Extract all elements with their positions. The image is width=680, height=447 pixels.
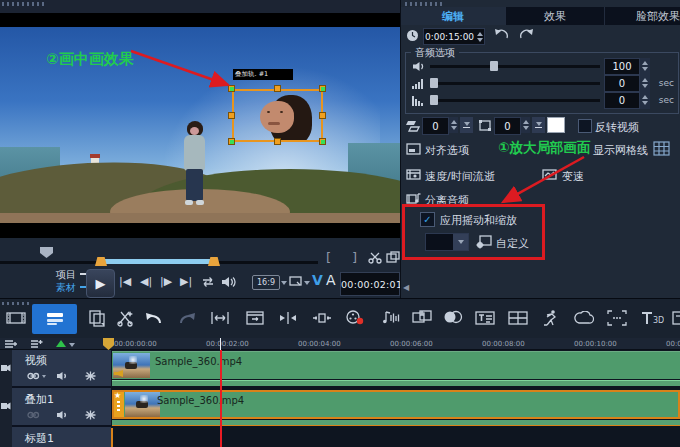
fade-out-slider[interactable]: [428, 92, 604, 108]
storyboard-view-button[interactable]: [6, 310, 26, 326]
motion-tracking-button[interactable]: [541, 309, 561, 327]
distort-field[interactable]: 0: [494, 117, 530, 133]
add-track-button[interactable]: [30, 339, 43, 349]
mask-creator-button[interactable]: [607, 310, 627, 326]
clip-duration-field[interactable]: 0:00:15:00: [423, 28, 485, 45]
track-header-title[interactable]: 标题1: [12, 429, 111, 447]
tab-effects[interactable]: 效果: [506, 7, 605, 25]
editing-tools-button[interactable]: [116, 309, 134, 327]
panel-scroll-left-icon[interactable]: ◀: [403, 283, 409, 292]
timeline-view-button[interactable]: [32, 304, 77, 334]
scrubber-thumb[interactable]: [40, 247, 53, 258]
handle-bottom-mid[interactable]: [274, 138, 281, 145]
pan-zoom-checkbox[interactable]: ✓: [420, 212, 435, 227]
clip-video-sublane[interactable]: [112, 380, 680, 386]
handle-mid-right[interactable]: [319, 112, 326, 119]
fade-in-spinner[interactable]: [640, 75, 650, 92]
aspect-ratio-button[interactable]: 16:9: [252, 275, 280, 290]
pan-zoom-preset-combo[interactable]: [425, 233, 469, 251]
distort-preset-dropdown[interactable]: [532, 117, 545, 133]
customize-button[interactable]: 自定义: [496, 236, 529, 251]
show-grid-label[interactable]: 显示网格线: [593, 143, 648, 158]
fade-out-spinner[interactable]: [640, 92, 650, 109]
next-frame-button[interactable]: |▶: [160, 275, 172, 288]
aspect-caret-icon[interactable]: [281, 281, 287, 285]
playhead-ruler-tick[interactable]: [220, 338, 221, 350]
track-mute-icon[interactable]: [56, 371, 68, 381]
pip-frame[interactable]: [232, 89, 323, 142]
track-header-overlay[interactable]: 叠加1: [12, 389, 111, 427]
tab-face-effects[interactable]: 脸部效果: [605, 7, 680, 25]
prev-frame-button[interactable]: ◀|: [140, 275, 152, 288]
volume-value[interactable]: 100: [604, 58, 640, 75]
scroll-caret-icon[interactable]: [69, 343, 75, 347]
sound-mixer-button[interactable]: [380, 309, 400, 327]
rotate-left-button[interactable]: [493, 27, 510, 42]
fade-out-slider-thumb[interactable]: [430, 95, 438, 105]
speech-to-text-button[interactable]: [574, 311, 594, 326]
color-swatch[interactable]: [547, 117, 565, 133]
project-mode-label[interactable]: 项目: [56, 268, 76, 282]
undo-button[interactable]: [143, 310, 163, 326]
toolbar-grip[interactable]: [2, 302, 32, 305]
clip-mode-label[interactable]: 素材: [56, 281, 76, 295]
volume-spinner[interactable]: [640, 58, 650, 75]
reverse-video-checkbox[interactable]: [578, 119, 592, 133]
multicam-button[interactable]: [412, 309, 432, 327]
track-manager-button[interactable]: [4, 339, 17, 349]
tab-edit[interactable]: 编辑: [401, 7, 506, 25]
variable-speed-button[interactable]: 变速: [562, 169, 584, 184]
end-button[interactable]: ▶|: [180, 275, 192, 288]
record-capture-button[interactable]: [345, 309, 365, 327]
link-icon[interactable]: [27, 371, 40, 381]
fade-in-value[interactable]: 0: [604, 75, 640, 92]
combo-caret-button[interactable]: [453, 234, 468, 250]
play-button[interactable]: ▶: [86, 269, 115, 298]
screen-size-caret-icon[interactable]: [304, 281, 310, 285]
volume-slider[interactable]: [428, 58, 604, 74]
fade-in-slider[interactable]: [428, 75, 604, 91]
ripple-edit-icon[interactable]: [85, 371, 96, 381]
link-icon[interactable]: [27, 410, 40, 420]
link-caret-icon[interactable]: [42, 375, 46, 378]
toolbar-overflow-icon[interactable]: [672, 309, 680, 327]
panel-grip[interactable]: [2, 2, 46, 6]
clip-overlay-sublane[interactable]: [112, 420, 680, 426]
home-button[interactable]: |◀: [119, 275, 131, 288]
clip-overlay-selected[interactable]: ★ Sample_360.mp4: [112, 390, 680, 419]
audio-toggle-button[interactable]: A: [326, 272, 336, 288]
handle-top-mid[interactable]: [274, 85, 281, 92]
rotate-right-button[interactable]: [518, 27, 535, 42]
fit-project-button[interactable]: [210, 310, 230, 326]
copy-button[interactable]: [88, 309, 106, 327]
mark-in-button[interactable]: [: [326, 250, 331, 265]
screen-size-button[interactable]: [289, 276, 302, 287]
rotation-preset-dropdown[interactable]: [460, 117, 473, 133]
grid-icon[interactable]: [653, 141, 670, 156]
trim-clip-button[interactable]: [312, 310, 332, 326]
track-mute-icon[interactable]: [56, 410, 68, 420]
clip-video[interactable]: Sample_360.mp4: [112, 351, 680, 379]
enlarge-preview-button[interactable]: [386, 251, 400, 264]
project-duration-button[interactable]: [245, 310, 265, 326]
video-preview[interactable]: 叠加轨. #1: [0, 13, 400, 238]
repeat-button[interactable]: [200, 276, 216, 288]
rotation-field[interactable]: 0: [422, 117, 458, 133]
ripple-edit-icon[interactable]: [85, 410, 96, 420]
split-screen-template-button[interactable]: [508, 310, 528, 326]
video-toggle-button[interactable]: V: [312, 272, 323, 288]
redo-button[interactable]: [178, 310, 198, 326]
split-scissors-button[interactable]: [368, 251, 382, 265]
preview-timecode[interactable]: 00:00:02:011: [340, 272, 400, 296]
transition-button[interactable]: [443, 310, 463, 324]
chapter-marker[interactable]: [103, 338, 114, 350]
pip-selection[interactable]: 叠加轨. #1: [232, 75, 323, 142]
volume-slider-thumb[interactable]: [490, 61, 498, 71]
scroll-to-clip-button[interactable]: [56, 340, 66, 347]
mute-button[interactable]: [221, 276, 236, 288]
panel-grip[interactable]: [405, 2, 445, 6]
split-playhead-button[interactable]: [278, 310, 298, 326]
fade-in-slider-thumb[interactable]: [430, 78, 438, 88]
trim-range[interactable]: [99, 259, 217, 264]
fade-out-value[interactable]: 0: [604, 92, 640, 109]
